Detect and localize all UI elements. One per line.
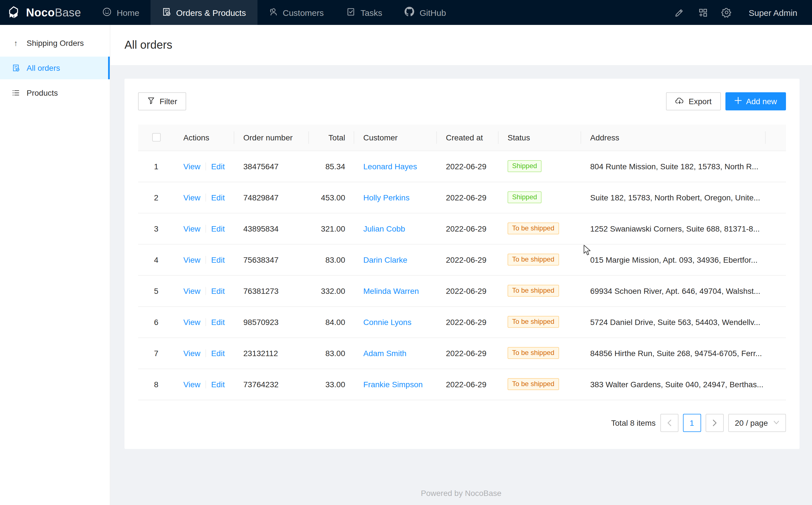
- created-at-cell: 2022-06-29: [437, 368, 499, 400]
- nav-item-customers[interactable]: Customers: [257, 0, 335, 25]
- actions-cell: ViewEdit: [174, 275, 234, 306]
- customer-link[interactable]: Leonard Hayes: [363, 162, 417, 171]
- sidebar-item-all-orders[interactable]: All orders: [0, 57, 110, 79]
- select-all-checkbox[interactable]: [152, 133, 161, 142]
- page-size-select[interactable]: 20 / page: [728, 413, 786, 432]
- row-spacer-cell: [766, 337, 786, 368]
- column-header-total: Total: [309, 125, 354, 151]
- order-number-cell: 43895834: [234, 213, 309, 244]
- edit-link[interactable]: Edit: [211, 193, 225, 202]
- customer-link[interactable]: Julian Cobb: [363, 224, 405, 233]
- nav-item-label: Tasks: [360, 8, 382, 17]
- customer-link[interactable]: Adam Smith: [363, 348, 407, 357]
- customer-link[interactable]: Holly Perkins: [363, 193, 410, 202]
- order-number-cell: 23132112: [234, 337, 309, 368]
- status-badge: Shipped: [508, 160, 542, 172]
- view-link[interactable]: View: [183, 317, 200, 326]
- view-link[interactable]: View: [183, 162, 200, 171]
- github-icon: [405, 7, 415, 18]
- action-divider: [205, 224, 206, 232]
- address-cell: 5724 Daniel Drive, Suite 563, 54403, Wen…: [581, 306, 766, 337]
- filter-button[interactable]: Filter: [138, 92, 186, 111]
- customer-link[interactable]: Connie Lyons: [363, 317, 412, 326]
- customer-link[interactable]: Melinda Warren: [363, 286, 419, 295]
- address-cell: 69934 Schoen River, Apt. 646, 49704, Wal…: [581, 275, 766, 306]
- nav-item-label: Orders & Products: [176, 8, 246, 17]
- main-menu: Home Orders & Products: [91, 0, 457, 25]
- nav-item-orders-products[interactable]: Orders & Products: [151, 0, 257, 25]
- powered-by-footer: Powered by NocoBase: [110, 489, 812, 498]
- arrow-up-icon: ↑: [12, 38, 20, 47]
- row-spacer-cell: [766, 182, 786, 213]
- customer-cell: Holly Perkins: [354, 182, 437, 213]
- table-row: 5ViewEdit76381273332.00Melinda Warren202…: [138, 275, 786, 306]
- edit-link[interactable]: Edit: [211, 380, 225, 389]
- table-row: 6ViewEdit9857092384.00Connie Lyons2022-0…: [138, 306, 786, 337]
- column-header-created-at: Created at: [437, 125, 499, 151]
- nav-item-label: Home: [116, 8, 139, 17]
- appstore-add-icon[interactable]: [691, 0, 715, 25]
- nav-item-tasks[interactable]: Tasks: [335, 0, 393, 25]
- gear-icon[interactable]: [715, 0, 739, 25]
- sidebar-item-products[interactable]: Products: [0, 81, 110, 104]
- sidebar-item-shipping-orders[interactable]: ↑ Shipping Orders: [0, 32, 110, 54]
- action-divider: [205, 380, 206, 388]
- table-row: 1ViewEdit3847564785.34Leonard Hayes2022-…: [138, 151, 786, 182]
- actions-cell: ViewEdit: [174, 182, 234, 213]
- view-link[interactable]: View: [183, 224, 200, 233]
- task-check-icon: [346, 7, 355, 18]
- export-button[interactable]: Export: [666, 92, 721, 111]
- address-cell: 1252 Swaniawski Corners, Suite 688, 8137…: [581, 213, 766, 244]
- nav-item-github[interactable]: GitHub: [393, 0, 457, 25]
- edit-link[interactable]: Edit: [211, 348, 225, 357]
- nocobase-logo[interactable]: NocoBase: [0, 6, 91, 19]
- view-link[interactable]: View: [183, 286, 200, 295]
- actions-cell: ViewEdit: [174, 306, 234, 337]
- user-menu[interactable]: Super Admin: [739, 8, 804, 17]
- edit-link[interactable]: Edit: [211, 255, 225, 264]
- row-spacer-cell: [766, 306, 786, 337]
- add-new-button[interactable]: Add new: [725, 92, 786, 111]
- table-toolbar: Filter Export: [138, 92, 786, 111]
- action-divider: [205, 318, 206, 326]
- actions-cell: ViewEdit: [174, 213, 234, 244]
- pagination-page-1[interactable]: 1: [683, 413, 701, 432]
- customer-cell: Adam Smith: [354, 337, 437, 368]
- table-row: 4ViewEdit7563834783.00Darin Clarke2022-0…: [138, 244, 786, 275]
- column-header-actions: Actions: [174, 125, 234, 151]
- view-link[interactable]: View: [183, 348, 200, 357]
- view-link[interactable]: View: [183, 380, 200, 389]
- action-divider: [205, 162, 206, 170]
- nav-item-label: Customers: [283, 8, 324, 17]
- nav-item-home[interactable]: Home: [91, 0, 151, 25]
- highlighter-icon[interactable]: [667, 0, 691, 25]
- pagination-next-button[interactable]: [705, 413, 724, 432]
- total-cell: 84.00: [309, 306, 354, 337]
- row-spacer-cell: [766, 244, 786, 275]
- add-new-button-label: Add new: [746, 97, 777, 106]
- order-number-cell: 74829847: [234, 182, 309, 213]
- order-number-cell: 98570923: [234, 306, 309, 337]
- app-root: NocoBase Home: [0, 0, 812, 505]
- table-header: Actions Order number Total Customer Crea…: [138, 125, 786, 151]
- nav-item-label: GitHub: [420, 8, 446, 17]
- edit-link[interactable]: Edit: [211, 224, 225, 233]
- status-badge: To be shipped: [508, 254, 559, 266]
- customer-link[interactable]: Darin Clarke: [363, 255, 408, 264]
- pagination-prev-button[interactable]: [660, 413, 678, 432]
- customer-link[interactable]: Frankie Simpson: [363, 380, 423, 389]
- view-link[interactable]: View: [183, 255, 200, 264]
- table-row: 8ViewEdit7376423233.00Frankie Simpson202…: [138, 368, 786, 400]
- plus-icon: [734, 97, 742, 106]
- filter-button-label: Filter: [160, 97, 177, 106]
- view-link[interactable]: View: [183, 193, 200, 202]
- status-cell: To be shipped: [499, 213, 581, 244]
- edit-link[interactable]: Edit: [211, 317, 225, 326]
- brand-light: Base: [55, 6, 81, 18]
- page-size-value: 20 / page: [735, 418, 768, 427]
- edit-link[interactable]: Edit: [211, 162, 225, 171]
- customer-cell: Leonard Hayes: [354, 151, 437, 182]
- actions-cell: ViewEdit: [174, 337, 234, 368]
- status-cell: To be shipped: [499, 275, 581, 306]
- edit-link[interactable]: Edit: [211, 286, 225, 295]
